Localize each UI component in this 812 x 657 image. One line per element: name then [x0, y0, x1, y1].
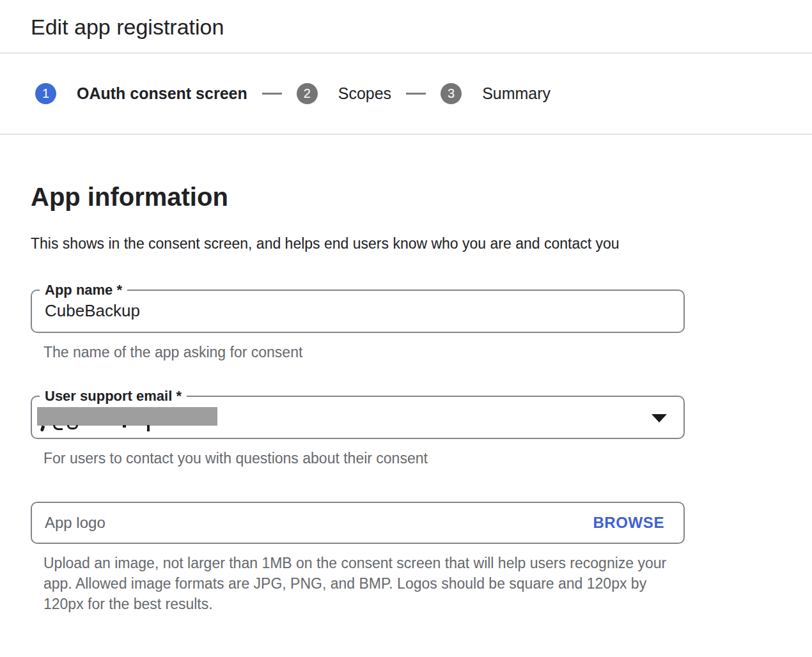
- redaction-glyph-fragment: [147, 425, 150, 431]
- page-title: Edit app registration: [31, 14, 781, 40]
- step-3-circle: 3: [441, 83, 462, 104]
- step-1-label: OAuth consent screen: [77, 84, 247, 103]
- redacted-email-value: [37, 407, 217, 426]
- support-email-label: User support email *: [40, 387, 187, 406]
- app-registration-form: App name * CubeBackup The name of the ap…: [31, 290, 685, 614]
- redaction-glyph-fragment: [67, 425, 78, 429]
- app-name-label: App name *: [40, 281, 127, 300]
- step-2-label: Scopes: [338, 84, 391, 103]
- step-oauth-consent-screen[interactable]: 1 OAuth consent screen: [35, 83, 247, 104]
- step-1-circle: 1: [35, 83, 56, 104]
- app-name-helper: The name of the app asking for consent: [43, 342, 685, 362]
- redaction-glyph-fragment: [40, 425, 45, 431]
- redaction-glyph-fragment: [53, 425, 63, 430]
- step-2-circle: 2: [297, 83, 318, 104]
- step-connector: [262, 93, 282, 95]
- app-name-value[interactable]: CubeBackup: [32, 291, 683, 330]
- step-summary[interactable]: 3 Summary: [441, 83, 550, 104]
- app-logo-placeholder: App logo: [45, 514, 105, 532]
- browse-button[interactable]: BROWSE: [593, 514, 664, 532]
- stepper: 1 OAuth consent screen 2 Scopes 3 Summar…: [0, 54, 812, 135]
- section-heading: App information: [31, 182, 781, 212]
- app-logo-helper: Upload an image, not larger than 1MB on …: [43, 553, 680, 614]
- section-description: This shows in the consent screen, and he…: [31, 231, 676, 256]
- step-3-label: Summary: [482, 84, 550, 103]
- page-header: Edit app registration: [0, 0, 812, 54]
- dropdown-arrow-icon[interactable]: [652, 414, 667, 422]
- support-email-field[interactable]: User support email *: [31, 396, 685, 439]
- step-scopes[interactable]: 2 Scopes: [297, 83, 391, 104]
- support-email-helper: For users to contact you with questions …: [43, 448, 685, 468]
- redaction-glyph-fragment: [123, 425, 126, 428]
- app-logo-field[interactable]: App logo BROWSE: [31, 502, 685, 544]
- step-connector: [406, 93, 426, 95]
- main-content: App information This shows in the consen…: [0, 182, 812, 614]
- app-name-field[interactable]: App name * CubeBackup: [31, 290, 685, 333]
